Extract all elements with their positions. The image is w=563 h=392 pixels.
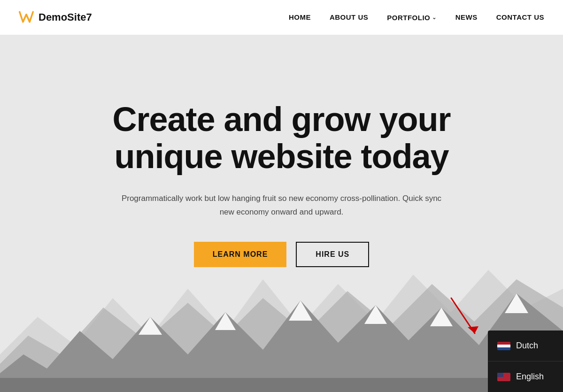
nav-link-portfolio[interactable]: PORTFOLIO ⌄	[387, 14, 437, 22]
english-label: English	[516, 372, 544, 382]
svg-marker-11	[468, 326, 478, 333]
svg-rect-9	[0, 378, 563, 392]
brand-name: DemoSite7	[39, 11, 92, 23]
hero-content: Create and grow your unique website toda…	[70, 101, 493, 267]
lang-item-english[interactable]: English	[488, 361, 563, 392]
nav-item-contact[interactable]: CONTACT US	[496, 13, 544, 22]
nav-item-home[interactable]: HOME	[289, 13, 311, 22]
nav-item-about[interactable]: ABOUT US	[330, 13, 368, 22]
nav-link-about[interactable]: ABOUT US	[330, 13, 368, 21]
dutch-flag-icon	[497, 342, 510, 350]
hero-buttons: LEARN MORE HIRE US	[89, 242, 474, 267]
navbar: DemoSite7 HOME ABOUT US PORTFOLIO ⌄ NEWS…	[0, 0, 563, 35]
dutch-label: Dutch	[516, 341, 538, 351]
brand-logo-icon	[19, 11, 34, 24]
hire-us-button[interactable]: HIRE US	[296, 242, 369, 267]
learn-more-button[interactable]: LEARN MORE	[194, 242, 287, 267]
hero-subtext: Programmatically work but low hanging fr…	[117, 192, 446, 219]
nav-item-portfolio[interactable]: PORTFOLIO ⌄	[387, 14, 437, 22]
nav-link-news[interactable]: NEWS	[455, 13, 478, 21]
brand-link[interactable]: DemoSite7	[19, 11, 92, 24]
language-dropdown: Dutch English	[488, 331, 563, 392]
nav-menu: HOME ABOUT US PORTFOLIO ⌄ NEWS CONTACT U…	[289, 13, 544, 22]
arrow-annotation-icon	[447, 293, 484, 340]
lang-item-dutch[interactable]: Dutch	[488, 331, 563, 361]
english-flag-icon	[497, 373, 510, 381]
nav-item-news[interactable]: NEWS	[455, 13, 478, 22]
hero-section: Create and grow your unique website toda…	[0, 35, 563, 392]
nav-link-contact[interactable]: CONTACT US	[496, 13, 544, 21]
hero-heading: Create and grow your unique website toda…	[89, 101, 474, 175]
nav-link-home[interactable]: HOME	[289, 13, 311, 21]
chevron-down-icon: ⌄	[432, 15, 437, 21]
